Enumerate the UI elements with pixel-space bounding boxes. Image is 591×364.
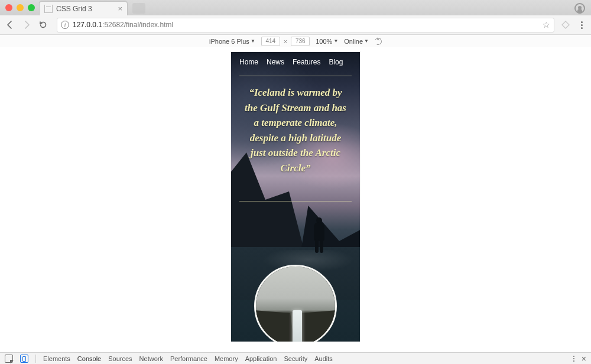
- tab-audits[interactable]: Audits: [314, 355, 333, 362]
- new-tab-button[interactable]: [132, 3, 145, 14]
- viewport-dimensions: ×: [261, 37, 310, 46]
- emulated-viewport: Home News Features Blog “Iceland is warm…: [231, 52, 360, 342]
- throttling-value: Online: [344, 38, 363, 45]
- zoom-window-button[interactable]: [28, 4, 35, 11]
- nav-link-news[interactable]: News: [267, 58, 284, 66]
- dimension-separator: ×: [284, 38, 287, 45]
- minimize-window-button[interactable]: [17, 4, 24, 11]
- zoom-value: 100%: [316, 38, 332, 45]
- tab-sources[interactable]: Sources: [108, 355, 132, 362]
- hero-quote: “Iceland is warmed by the Gulf Stream an…: [242, 85, 349, 176]
- back-button[interactable]: [5, 20, 15, 30]
- reload-button[interactable]: [38, 20, 48, 30]
- viewport-stage: Home News Features Blog “Iceland is warm…: [0, 47, 591, 352]
- divider: [239, 76, 352, 76]
- tab-strip: CSS Grid 3 ×: [0, 0, 591, 15]
- close-devtools-icon[interactable]: ×: [582, 354, 586, 363]
- device-toolbar: iPhone 6 Plus ▼ × 100% ▼ Online ▼: [0, 35, 591, 48]
- kebab-menu-icon[interactable]: [577, 21, 586, 29]
- nav-link-home[interactable]: Home: [239, 58, 258, 66]
- device-name: iPhone 6 Plus: [209, 38, 249, 45]
- chevron-down-icon: ▼: [333, 38, 338, 44]
- address-bar: i 127.0.0.1:52682/final/index.html ☆: [0, 15, 591, 35]
- site-info-icon[interactable]: i: [61, 21, 69, 29]
- browser-tab[interactable]: CSS Grid 3 ×: [39, 1, 128, 15]
- extensions-icon[interactable]: [560, 20, 571, 30]
- feature-image-waterfall: [254, 265, 337, 342]
- nav-link-features[interactable]: Features: [293, 58, 320, 66]
- tab-security[interactable]: Security: [284, 355, 307, 362]
- nav-link-blog[interactable]: Blog: [329, 58, 343, 66]
- tab-console[interactable]: Console: [77, 355, 101, 362]
- tab-memory[interactable]: Memory: [215, 355, 238, 362]
- window-controls: [5, 4, 35, 11]
- person-silhouette: [311, 217, 327, 254]
- devtools-tabs: Elements Console Sources Network Perform…: [43, 355, 333, 362]
- close-tab-icon[interactable]: ×: [118, 5, 122, 12]
- close-window-button[interactable]: [5, 4, 12, 11]
- zoom-select[interactable]: 100% ▼: [316, 38, 338, 45]
- throttling-select[interactable]: Online ▼: [344, 38, 369, 45]
- divider: [239, 201, 352, 202]
- url-host: 127.0.0.1: [73, 21, 102, 29]
- tab-elements[interactable]: Elements: [43, 355, 70, 362]
- forward-button[interactable]: [21, 20, 32, 30]
- device-select[interactable]: iPhone 6 Plus ▼: [209, 38, 255, 45]
- tab-application[interactable]: Application: [245, 355, 277, 362]
- site-nav: Home News Features Blog: [231, 52, 360, 72]
- viewport-height-input[interactable]: [291, 37, 310, 46]
- tab-network[interactable]: Network: [139, 355, 163, 362]
- url-path: /final/index.html: [124, 21, 173, 29]
- chevron-down-icon: ▼: [251, 38, 255, 44]
- file-icon: [44, 5, 53, 13]
- url-port: :52682: [102, 21, 124, 29]
- profile-avatar-icon[interactable]: [574, 3, 585, 14]
- bookmark-star-icon[interactable]: ☆: [543, 20, 550, 30]
- inspect-element-icon[interactable]: [5, 355, 13, 363]
- devtools-panel-bar: Elements Console Sources Network Perform…: [0, 352, 591, 364]
- separator: [35, 355, 36, 363]
- devtools-kebab-menu-icon[interactable]: [573, 356, 574, 362]
- rotate-icon[interactable]: [374, 37, 382, 46]
- tab-title: CSS Grid 3: [56, 5, 118, 13]
- tab-performance[interactable]: Performance: [170, 355, 207, 362]
- omnibox[interactable]: i 127.0.0.1:52682/final/index.html ☆: [57, 18, 554, 32]
- toggle-device-toolbar-icon[interactable]: [20, 355, 28, 363]
- chevron-down-icon: ▼: [364, 38, 369, 44]
- viewport-width-input[interactable]: [261, 37, 280, 46]
